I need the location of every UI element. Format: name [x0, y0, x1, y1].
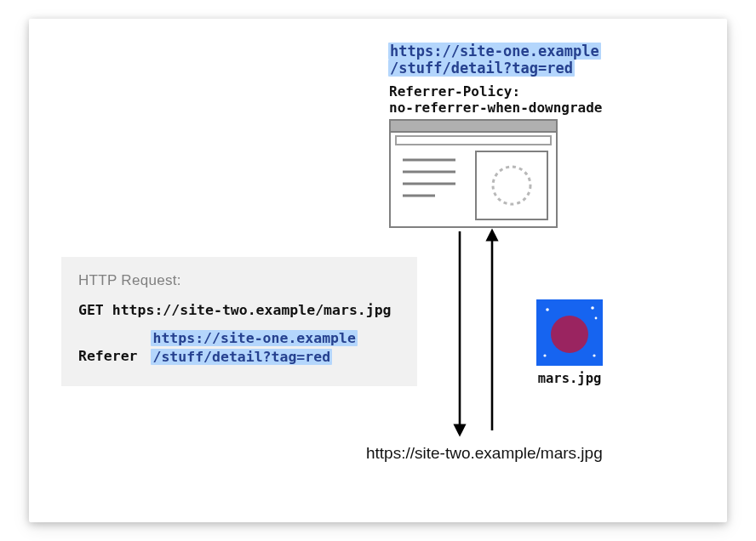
svg-point-17 [593, 354, 595, 356]
origin-url-line2: /stuff/detail?tag=red [388, 60, 575, 77]
target-url: https://site-two.example/mars.jpg [366, 444, 603, 463]
mars-image-label: mars.jpg [536, 371, 603, 386]
referrer-policy: Referrer-Policy: no-referrer-when-downgr… [389, 83, 602, 116]
svg-point-14 [591, 306, 594, 310]
origin-url: https://site-one.example /stuff/detail?t… [388, 43, 601, 77]
origin-url-line1: https://site-one.example [388, 43, 601, 60]
browser-window-icon [389, 119, 558, 228]
diagram-card: https://site-one.example /stuff/detail?t… [29, 19, 727, 522]
svg-rect-7 [476, 151, 547, 219]
svg-point-15 [595, 317, 598, 320]
referer-label: Referer [78, 349, 138, 365]
http-request-method-line: GET https://site-two.example/mars.jpg [78, 301, 400, 319]
policy-line1: Referrer-Policy: [389, 83, 520, 100]
referer-url-line1: https://site-one.example [151, 330, 357, 346]
http-request-title: HTTP Request: [78, 272, 400, 289]
request-response-arrows-icon [443, 226, 511, 439]
svg-point-12 [551, 316, 588, 353]
policy-line2: no-referrer-when-downgrade [389, 100, 602, 116]
svg-rect-2 [396, 136, 551, 145]
mars-image-icon [536, 299, 603, 366]
referer-url-line2: /stuff/detail?tag=red [151, 349, 332, 365]
svg-point-13 [546, 308, 549, 311]
svg-point-16 [543, 354, 546, 356]
svg-rect-1 [390, 120, 557, 132]
http-request-referer: Referer https://site-one.example /stuff/… [78, 329, 400, 366]
http-request-box: HTTP Request: GET https://site-two.examp… [61, 257, 417, 386]
